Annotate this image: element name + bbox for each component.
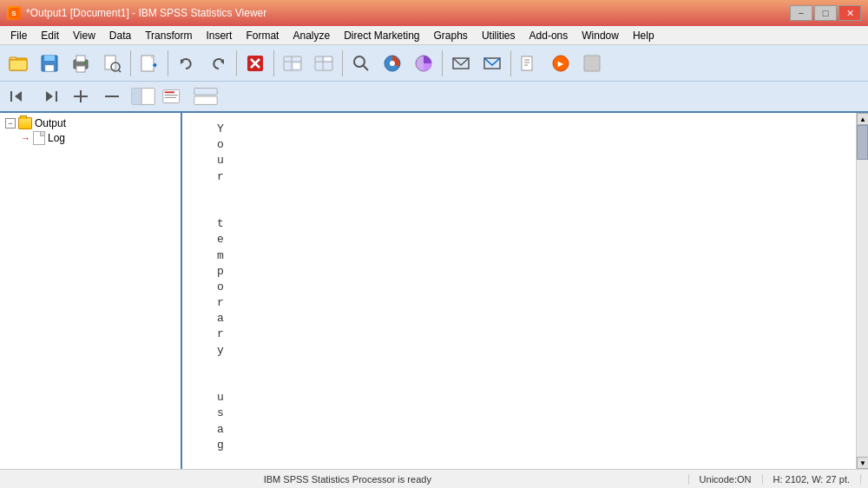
forward-button[interactable]	[35, 83, 64, 109]
char-m: m	[217, 248, 224, 264]
print-preview-button[interactable]	[97, 49, 127, 78]
svg-rect-7	[45, 65, 54, 71]
output-label: Output	[35, 117, 66, 129]
tool-d[interactable]: ►	[546, 49, 575, 78]
view3-button[interactable]	[191, 83, 220, 109]
svg-rect-54	[165, 91, 174, 93]
window-title: *Output1 [Document1] - IBM SPSS Statisti…	[26, 7, 266, 19]
menu-format[interactable]: Format	[239, 28, 286, 43]
title-bar-left: S *Output1 [Document1] - IBM SPSS Statis…	[7, 6, 266, 20]
save-button[interactable]	[35, 49, 64, 78]
print-button[interactable]	[66, 49, 95, 78]
vertical-scrollbar[interactable]: ▲ ▼	[856, 113, 868, 469]
export-button[interactable]	[135, 49, 164, 78]
spss-app-icon: S	[7, 6, 21, 20]
menu-add-ons[interactable]: Add-ons	[523, 28, 575, 43]
menu-file[interactable]: File	[3, 28, 34, 43]
red-arrow-icon: →	[21, 133, 30, 143]
charts-button[interactable]	[378, 49, 407, 78]
menu-utilities[interactable]: Utilities	[475, 28, 523, 43]
dimensions-status: H: 2102, W: 27 pt.	[763, 474, 861, 485]
menu-transform[interactable]: Transform	[138, 28, 199, 43]
menu-view[interactable]: View	[66, 28, 102, 43]
menu-bar: File Edit View Data Transform Insert For…	[0, 26, 868, 45]
processor-status: IBM SPSS Statistics Processor is ready	[7, 474, 689, 485]
unicode-status: Unicode:ON	[689, 474, 763, 485]
content-area: Y o u r t e m p o r a r y	[182, 113, 868, 469]
clear-button[interactable]	[240, 49, 270, 78]
vertical-text-y-col: Y o u r t e m p o r a r y	[217, 122, 224, 453]
title-bar: S *Output1 [Document1] - IBM SPSS Statis…	[0, 0, 868, 26]
scroll-thumb[interactable]	[857, 125, 868, 160]
char-space1	[217, 185, 224, 201]
content-scroll-area[interactable]: Y o u r t e m p o r a r y	[182, 113, 856, 469]
sep3	[236, 50, 237, 76]
tree-log-item[interactable]: → Log	[19, 130, 177, 146]
svg-rect-36	[522, 56, 532, 70]
tool-c[interactable]	[515, 49, 544, 78]
scroll-down-button[interactable]: ▼	[857, 457, 868, 469]
menu-data[interactable]: Data	[102, 28, 138, 43]
close-button[interactable]: ✕	[838, 5, 861, 21]
scroll-up-button[interactable]: ▲	[857, 113, 868, 125]
char-o2: o	[217, 280, 224, 295]
svg-rect-42	[584, 56, 600, 71]
minimize-button[interactable]: −	[790, 5, 812, 21]
menu-analyze[interactable]: Analyze	[286, 28, 337, 43]
svg-rect-56	[165, 97, 176, 98]
svg-rect-6	[44, 56, 55, 61]
open-button[interactable]	[3, 49, 33, 78]
svg-rect-28	[325, 57, 331, 61]
char-space2	[217, 201, 224, 216]
char-space3	[217, 359, 224, 374]
tree-toggle-output[interactable]: −	[5, 118, 16, 129]
menu-insert[interactable]: Insert	[199, 28, 239, 43]
expand-button[interactable]	[66, 83, 95, 109]
char-u: u	[217, 153, 224, 168]
tree-output-root[interactable]: − Output	[3, 116, 177, 130]
menu-direct-marketing[interactable]: Direct Marketing	[337, 28, 426, 43]
status-bar: IBM SPSS Statistics Processor is ready U…	[0, 469, 868, 488]
svg-rect-58	[194, 96, 217, 104]
svg-marker-43	[15, 91, 22, 102]
svg-line-14	[119, 69, 122, 72]
char-e: e	[217, 232, 224, 247]
svg-rect-55	[165, 95, 178, 96]
bar-chart-button[interactable]	[409, 49, 438, 78]
sep2	[168, 50, 168, 76]
collapse-button[interactable]	[97, 83, 127, 109]
log-doc-icon	[33, 131, 45, 145]
tree-child-area: → Log	[19, 130, 177, 146]
redo-button[interactable]	[203, 49, 233, 78]
char-a2: a	[217, 422, 224, 438]
undo-button[interactable]	[172, 49, 201, 78]
maximize-button[interactable]: □	[814, 5, 837, 21]
menu-help[interactable]: Help	[626, 28, 661, 43]
window-controls: − □ ✕	[790, 5, 861, 21]
svg-text:►: ►	[556, 58, 566, 69]
svg-text:S: S	[11, 10, 16, 17]
menu-edit[interactable]: Edit	[34, 28, 66, 43]
menu-graphs[interactable]: Graphs	[427, 28, 475, 43]
char-u2: u	[217, 390, 224, 406]
find-button[interactable]	[346, 49, 376, 78]
svg-rect-4	[10, 60, 27, 70]
char-o: o	[217, 137, 224, 153]
output-tree-panel: − Output → Log	[0, 113, 182, 469]
svg-rect-57	[194, 89, 217, 96]
insert-variable-button[interactable]	[309, 49, 339, 78]
tool-e[interactable]	[577, 49, 607, 78]
view1-button[interactable]	[128, 83, 158, 109]
svg-marker-45	[46, 91, 53, 102]
view2-button[interactable]	[160, 83, 189, 109]
back-button[interactable]	[3, 83, 33, 109]
tool-a[interactable]	[446, 49, 476, 78]
svg-line-30	[364, 65, 369, 70]
menu-window[interactable]: Window	[575, 28, 626, 43]
scroll-track[interactable]	[857, 125, 868, 457]
sep4	[273, 50, 274, 76]
tool-b[interactable]	[477, 49, 507, 78]
insert-case-button[interactable]	[278, 49, 307, 78]
char-y: Y	[217, 122, 224, 137]
log-label: Log	[48, 132, 65, 144]
